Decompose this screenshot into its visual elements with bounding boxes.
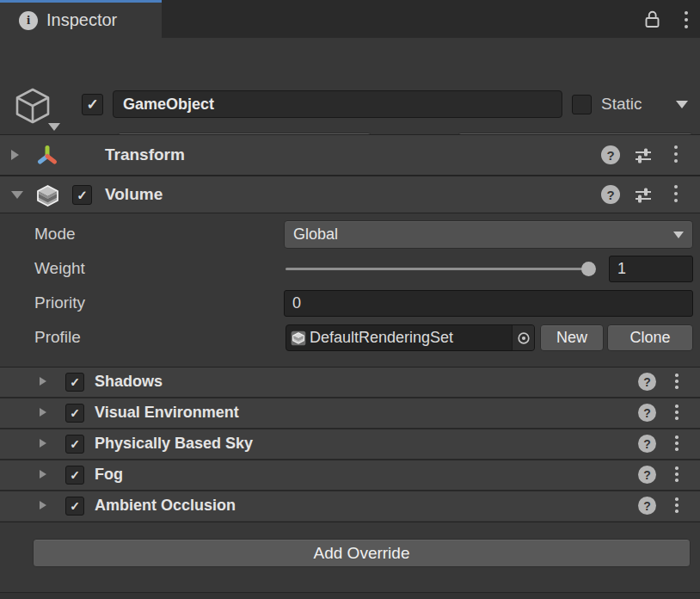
profile-object-field[interactable]: DefaultRenderingSet xyxy=(286,324,535,351)
override-enabled-checkbox[interactable]: ✓ xyxy=(65,404,84,423)
cube-icon xyxy=(13,86,52,129)
static-label: Static xyxy=(601,95,642,114)
override-row-ambient-occlusion[interactable]: ✓ Ambient Occlusion ? xyxy=(0,491,700,521)
priority-field[interactable]: 0 xyxy=(284,290,693,317)
dropdown-arrow-icon xyxy=(673,232,684,238)
foldout-arrow-icon[interactable] xyxy=(40,470,46,479)
help-icon[interactable]: ? xyxy=(638,373,656,391)
object-picker-icon[interactable] xyxy=(512,325,534,350)
profile-label: Profile xyxy=(34,328,81,347)
mode-value: Global xyxy=(293,225,338,244)
override-list: ✓ Shadows ? ✓ Visual Environment ? ✓ Phy… xyxy=(0,367,700,521)
kebab-menu-icon[interactable] xyxy=(675,466,679,482)
tab-title: Inspector xyxy=(46,10,117,30)
kebab-menu-icon[interactable] xyxy=(674,145,678,163)
override-label: Visual Environment xyxy=(95,404,239,422)
presets-icon[interactable] xyxy=(634,146,653,169)
weight-slider-thumb[interactable] xyxy=(581,262,596,276)
kebab-menu-icon[interactable] xyxy=(675,435,679,451)
panel-bottom-strip xyxy=(0,592,700,599)
transform-icon xyxy=(36,145,58,170)
volume-title: Volume xyxy=(105,185,163,204)
tab-inspector[interactable]: i Inspector xyxy=(0,0,162,38)
static-checkbox[interactable] xyxy=(572,95,592,114)
override-enabled-checkbox[interactable]: ✓ xyxy=(65,497,84,516)
icon-dropdown-arrow-icon[interactable] xyxy=(48,123,60,131)
name-field[interactable]: GameObject xyxy=(113,90,562,118)
override-row-physically-based-sky[interactable]: ✓ Physically Based Sky ? xyxy=(0,429,700,459)
kebab-menu-icon[interactable] xyxy=(685,11,688,28)
weight-value-field[interactable]: 1 xyxy=(609,256,693,282)
presets-icon[interactable] xyxy=(634,186,653,208)
transform-title: Transform xyxy=(105,145,185,164)
override-row-shadows[interactable]: ✓ Shadows ? xyxy=(0,367,700,397)
foldout-arrow-icon[interactable] xyxy=(40,408,46,417)
help-icon[interactable]: ? xyxy=(638,466,656,484)
kebab-menu-icon[interactable] xyxy=(675,404,679,420)
volume-component-header[interactable]: ✓ Volume ? xyxy=(0,176,700,213)
kebab-menu-icon[interactable] xyxy=(675,497,679,513)
profile-value: DefaultRenderingSet xyxy=(310,329,512,347)
help-icon[interactable]: ? xyxy=(601,145,620,164)
info-icon: i xyxy=(19,11,38,30)
override-label: Fog xyxy=(95,466,123,484)
gameobject-header: ✓ GameObject Static Tag Untagged Layer D… xyxy=(0,38,700,133)
override-enabled-checkbox[interactable]: ✓ xyxy=(65,373,84,392)
foldout-arrow-icon[interactable] xyxy=(40,377,46,386)
kebab-menu-icon[interactable] xyxy=(674,185,678,202)
lock-open-icon[interactable] xyxy=(642,9,662,29)
volume-footer: Add Override xyxy=(0,522,700,592)
override-row-fog[interactable]: ✓ Fog ? xyxy=(0,460,700,490)
foldout-arrow-icon[interactable] xyxy=(40,439,46,448)
static-dropdown-arrow-icon[interactable] xyxy=(676,101,688,108)
override-label: Shadows xyxy=(95,373,163,391)
weight-slider[interactable] xyxy=(286,268,586,270)
tab-bar: i Inspector xyxy=(0,0,700,38)
foldout-arrow-icon[interactable] xyxy=(11,150,19,160)
help-icon[interactable]: ? xyxy=(638,497,656,515)
mode-label: Mode xyxy=(34,225,76,244)
add-override-button[interactable]: Add Override xyxy=(33,539,691,567)
mode-dropdown[interactable]: Global xyxy=(284,220,693,249)
clone-button[interactable]: Clone xyxy=(607,324,693,351)
help-icon[interactable]: ? xyxy=(638,435,656,453)
foldout-arrow-icon[interactable] xyxy=(11,191,23,199)
volume-body: Mode Global Weight 1 Priority 0 Profile … xyxy=(0,213,700,367)
volume-enabled-checkbox[interactable]: ✓ xyxy=(72,185,92,205)
transform-component-header[interactable]: Transform ? xyxy=(0,134,700,176)
profile-asset-icon xyxy=(291,330,306,346)
override-label: Physically Based Sky xyxy=(95,435,253,453)
new-button[interactable]: New xyxy=(540,324,604,351)
inspector-panel: i Inspector ✓ GameObject Static Tag Unta… xyxy=(0,0,700,599)
help-icon[interactable]: ? xyxy=(638,404,656,422)
help-icon[interactable]: ? xyxy=(601,185,620,204)
override-enabled-checkbox[interactable]: ✓ xyxy=(65,435,84,454)
foldout-arrow-icon[interactable] xyxy=(40,501,46,509)
override-enabled-checkbox[interactable]: ✓ xyxy=(65,466,84,485)
active-checkbox[interactable]: ✓ xyxy=(82,94,103,115)
override-label: Ambient Occlusion xyxy=(95,497,236,515)
kebab-menu-icon[interactable] xyxy=(675,374,679,389)
override-row-visual-environment[interactable]: ✓ Visual Environment ? xyxy=(0,398,700,428)
weight-label: Weight xyxy=(34,259,85,278)
volume-icon xyxy=(36,184,59,211)
priority-label: Priority xyxy=(34,293,85,312)
